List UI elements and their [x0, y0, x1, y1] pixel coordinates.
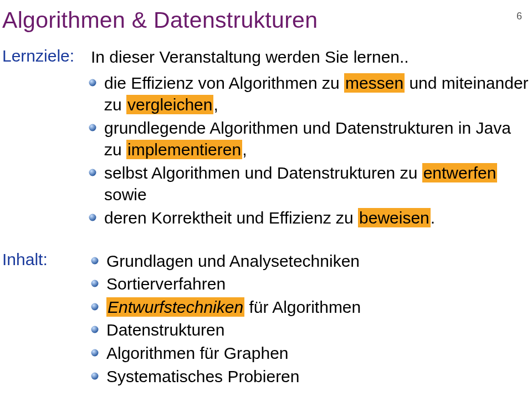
svg-point-5 [91, 280, 99, 287]
page-number: 6 [516, 11, 522, 22]
lernziele-list: die Effizienz von Algorithmen zu messen … [0, 72, 532, 229]
lernziele-label: Lernziele: [2, 47, 86, 65]
text-frag: , [242, 140, 247, 159]
bullet-icon [91, 303, 99, 311]
bullet-icon [91, 349, 99, 357]
bullet-icon [89, 214, 96, 221]
bullet-icon [89, 124, 96, 131]
highlight: entwerfen [422, 163, 498, 182]
svg-point-1 [89, 124, 96, 131]
item-text: Datenstrukturen [106, 319, 361, 341]
svg-point-6 [91, 303, 99, 310]
highlight: messen [344, 73, 405, 93]
slide: 6 Algorithmen & Datenstrukturen Lernziel… [0, 7, 532, 388]
inhalt-label: Inhalt: [2, 250, 86, 269]
inhalt-list: Grundlagen und Analysetechniken Sortierv… [86, 250, 361, 389]
highlight: beweisen [358, 208, 431, 227]
lernziele-intro: In dieser Veranstaltung werden Sie lerne… [86, 47, 409, 68]
highlight: Entwurfstechniken [106, 297, 244, 317]
list-item: Entwurfstechniken für Algorithmen [91, 296, 361, 318]
list-item: Systematisches Probieren [91, 366, 361, 388]
text-frag: . [431, 209, 435, 227]
text-frag: für Algorithmen [244, 298, 361, 316]
item-text: Grundlagen und Analysetechniken [106, 250, 361, 272]
list-item: Datenstrukturen [91, 319, 361, 341]
text-frag: sowie [104, 185, 147, 204]
item-text: Systematisches Probieren [106, 366, 361, 388]
svg-point-4 [91, 257, 99, 264]
lernziele-row: Lernziele: In dieser Veranstaltung werde… [0, 47, 532, 68]
list-item: die Effizienz von Algorithmen zu messen … [89, 72, 532, 116]
svg-point-0 [89, 79, 96, 86]
item-text: Entwurfstechniken für Algorithmen [106, 296, 361, 318]
item-text: Algorithmen für Graphen [106, 342, 361, 364]
svg-point-7 [91, 326, 99, 333]
bullet-icon [89, 79, 96, 87]
bullet-icon [91, 372, 99, 380]
bullet-icon [91, 326, 99, 333]
list-item: Sortierverfahren [91, 273, 361, 295]
text-frag: die Effizienz von Algorithmen zu [104, 74, 344, 92]
list-item: Algorithmen für Graphen [91, 342, 361, 364]
text-frag: selbst Algorithmen und Datenstrukturen z… [104, 164, 422, 182]
svg-point-8 [91, 349, 99, 357]
text-frag: deren Korrektheit und Effizienz zu [104, 209, 358, 227]
list-item: selbst Algorithmen und Datenstrukturen z… [89, 162, 532, 206]
item-text: deren Korrektheit und Effizienz zu bewei… [104, 207, 532, 229]
item-text: grundlegende Algorithmen und Datenstrukt… [104, 117, 532, 161]
text-frag: , [213, 95, 218, 114]
bullet-icon [91, 280, 99, 287]
list-item: deren Korrektheit und Effizienz zu bewei… [89, 207, 532, 229]
bullet-icon [91, 257, 99, 265]
item-text: selbst Algorithmen und Datenstrukturen z… [104, 162, 532, 206]
bullet-icon [89, 169, 96, 176]
svg-point-2 [89, 169, 96, 176]
list-item: Grundlagen und Analysetechniken [91, 250, 361, 272]
page-title: Algorithmen & Datenstrukturen [2, 7, 532, 33]
svg-point-9 [91, 372, 99, 379]
item-text: die Effizienz von Algorithmen zu messen … [104, 72, 532, 116]
highlight: vergleichen [126, 95, 213, 114]
inhalt-row: Inhalt: Grundlagen und Analysetechniken … [0, 230, 532, 389]
svg-point-3 [89, 214, 96, 221]
highlight: implementieren [126, 140, 242, 159]
item-text: Sortierverfahren [106, 273, 361, 295]
list-item: grundlegende Algorithmen und Datenstrukt… [89, 117, 532, 161]
